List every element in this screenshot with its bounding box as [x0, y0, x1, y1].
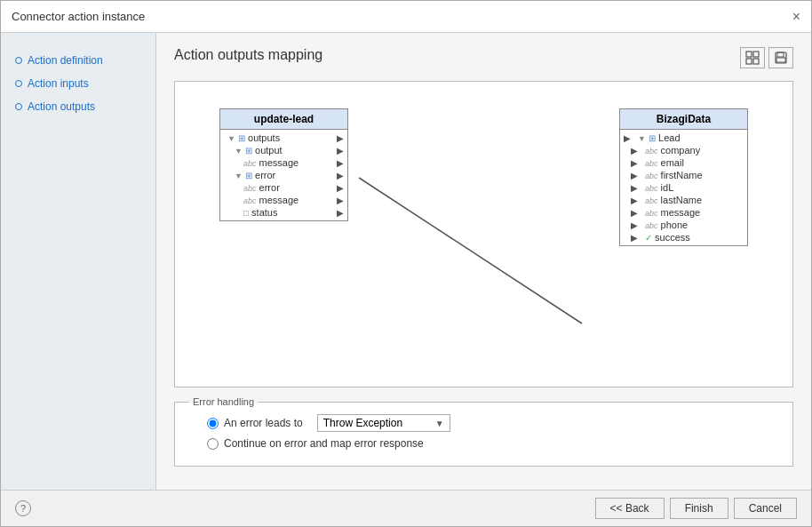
- content-area: Action definition Action inputs Action o…: [1, 33, 811, 490]
- svg-rect-5: [777, 52, 784, 57]
- table-row: ▼ ⊞ output ▶: [220, 144, 347, 156]
- table-row: ▼ ⊞ outputs ▶: [220, 132, 347, 144]
- toolbar: [740, 47, 793, 68]
- bullet-icon: [15, 103, 22, 110]
- radio-error-leads-to[interactable]: [207, 418, 219, 429]
- tree-icon: ⊞: [245, 146, 252, 156]
- table-row: ▶ abc message: [620, 206, 747, 219]
- table-row: ▼ ⊞ error ▶: [220, 169, 347, 181]
- table-row: ▶ abc idL: [620, 181, 747, 194]
- back-button[interactable]: << Back: [595, 498, 665, 519]
- svg-rect-6: [776, 58, 785, 62]
- bullet-icon: [15, 57, 22, 64]
- sidebar-label-action-inputs: Action inputs: [28, 77, 89, 90]
- footer-buttons: << Back Finish Cancel: [595, 498, 797, 519]
- table-row: ▶ abc company: [620, 144, 747, 156]
- svg-rect-2: [746, 59, 752, 64]
- close-button[interactable]: ×: [792, 10, 800, 24]
- left-table-rows: ▼ ⊞ outputs ▶ ▼ ⊞ output: [220, 130, 347, 220]
- left-mapping-table: update-lead ▼ ⊞ outputs ▶: [219, 108, 348, 221]
- sidebar-label-action-definition: Action definition: [28, 54, 103, 67]
- svg-line-7: [359, 178, 582, 323]
- footer-left: ?: [15, 500, 31, 516]
- chevron-down-icon: ▼: [435, 419, 444, 428]
- right-table-header: BizagiData: [620, 109, 747, 130]
- sidebar-item-action-outputs[interactable]: Action outputs: [10, 97, 147, 116]
- table-row: abc message ▶: [220, 156, 347, 169]
- tree-icon: ⊞: [238, 133, 245, 143]
- main-window: Connector action instance × Action defin…: [0, 0, 812, 527]
- table-row: ▶ abc phone: [620, 219, 747, 231]
- svg-rect-1: [753, 52, 759, 57]
- tree-icon: ⊞: [245, 171, 252, 180]
- right-mapping-table: BizagiData ▶ ▼ ⊞ Lead: [619, 108, 748, 246]
- help-button[interactable]: ?: [15, 500, 31, 516]
- finish-button[interactable]: Finish: [670, 498, 728, 519]
- sidebar: Action definition Action inputs Action o…: [1, 33, 156, 490]
- table-row: ▶ abc lastName: [620, 194, 747, 206]
- radio-1-text: An error leads to: [224, 417, 303, 429]
- table-row: □ status ▶: [220, 206, 347, 219]
- mapping-area: update-lead ▼ ⊞ outputs ▶: [174, 81, 793, 387]
- cancel-button[interactable]: Cancel: [734, 498, 797, 519]
- table-row: abc message ▶: [220, 194, 347, 206]
- table-row: ▶ abc firstName: [620, 169, 747, 181]
- sidebar-item-action-inputs[interactable]: Action inputs: [10, 74, 147, 93]
- save-icon: [774, 51, 788, 65]
- radio-label-2[interactable]: Continue on error and map error response: [207, 437, 424, 450]
- title-bar: Connector action instance ×: [1, 1, 811, 33]
- table-row: abc error ▶: [220, 181, 347, 194]
- svg-rect-3: [753, 59, 759, 64]
- right-table-rows: ▶ ▼ ⊞ Lead ▶ abc com: [620, 130, 747, 245]
- page-title: Action outputs mapping: [174, 47, 322, 63]
- dropdown-value: Throw Exception: [323, 417, 402, 429]
- table-row: ▶ ✓ success: [620, 231, 747, 244]
- table-row: ▶ abc email: [620, 156, 747, 169]
- svg-rect-0: [746, 52, 752, 57]
- left-table-header: update-lead: [220, 109, 347, 130]
- main-content: Action outputs mapping: [156, 33, 811, 490]
- sidebar-item-action-definition[interactable]: Action definition: [10, 51, 147, 70]
- sidebar-label-action-outputs: Action outputs: [28, 100, 95, 113]
- error-row-1: An error leads to Throw Exception ▼: [189, 414, 778, 432]
- radio-continue-on-error[interactable]: [207, 438, 219, 450]
- window-title: Connector action instance: [12, 10, 145, 23]
- radio-2-text: Continue on error and map error response: [224, 437, 424, 450]
- table-row: ▶ ▼ ⊞ Lead: [620, 132, 747, 144]
- error-handling-legend: Error handling: [189, 396, 258, 407]
- error-row-2: Continue on error and map error response: [189, 437, 778, 450]
- layout-icon: [745, 51, 760, 65]
- save-button[interactable]: [768, 47, 793, 68]
- error-handling-section: Error handling An error leads to Throw E…: [174, 396, 793, 467]
- tree-icon: ⊞: [649, 133, 656, 143]
- bullet-icon: [15, 80, 22, 87]
- radio-label-1[interactable]: An error leads to: [207, 417, 303, 429]
- layout-button[interactable]: [740, 47, 765, 68]
- throw-exception-dropdown[interactable]: Throw Exception ▼: [317, 414, 450, 432]
- footer: ? << Back Finish Cancel: [1, 490, 811, 526]
